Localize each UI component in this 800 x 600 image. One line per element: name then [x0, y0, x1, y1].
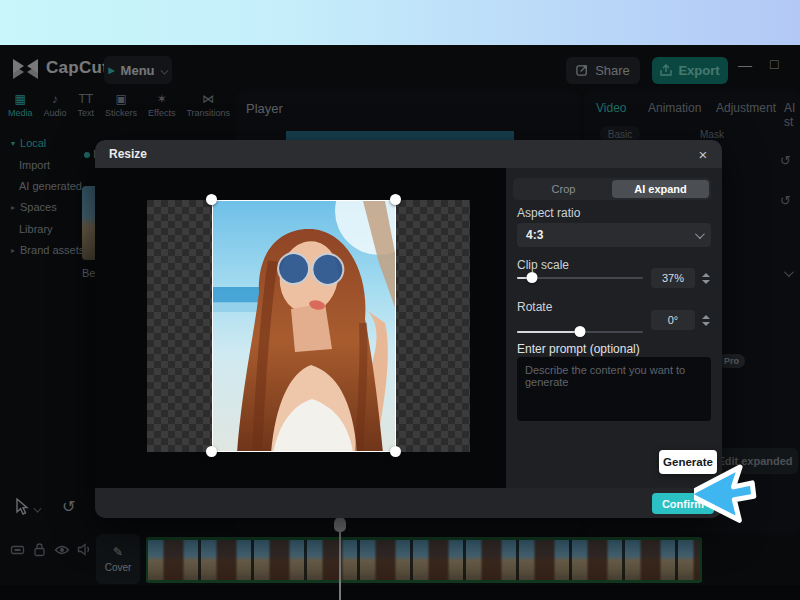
desktop-top-strip	[0, 0, 800, 45]
stepper-down-icon[interactable]	[702, 280, 710, 284]
aspect-ratio-label: Aspect ratio	[517, 206, 580, 220]
rotate-stepper[interactable]	[700, 310, 712, 330]
close-icon[interactable]: ×	[693, 144, 713, 164]
prompt-label: Enter prompt (optional)	[517, 342, 640, 356]
rotate-label: Rotate	[517, 300, 552, 314]
clip-scale-stepper[interactable]	[700, 268, 712, 288]
dialog-footer	[95, 488, 722, 518]
chevron-down-icon	[695, 229, 705, 239]
stepper-up-icon[interactable]	[702, 315, 710, 319]
clip-scale-value[interactable]: 37%	[651, 268, 695, 288]
resize-dialog: Resize ×	[95, 140, 722, 518]
aspect-ratio-select[interactable]: 4:3	[517, 223, 711, 247]
screen: CapCut ▶ Menu Share Export — □ ▦	[0, 0, 800, 600]
tab-crop[interactable]: Crop	[515, 180, 612, 198]
stepper-up-icon[interactable]	[702, 273, 710, 277]
clip-scale-slider[interactable]	[517, 272, 643, 284]
tab-ai-expand[interactable]: AI expand	[612, 180, 709, 198]
rotate-slider[interactable]	[517, 326, 643, 338]
crop-handle-top-left[interactable]	[206, 194, 217, 205]
clip-scale-label: Clip scale	[517, 258, 569, 272]
prompt-input[interactable]	[517, 357, 711, 421]
cursor-pointer-icon	[694, 460, 766, 530]
dialog-header	[95, 140, 722, 168]
crop-handle-bottom-right[interactable]	[390, 446, 401, 457]
slider-thumb[interactable]	[575, 326, 586, 337]
dialog-title: Resize	[109, 147, 147, 161]
rotate-value[interactable]: 0°	[651, 310, 695, 330]
preview-image[interactable]	[212, 200, 396, 452]
stepper-down-icon[interactable]	[702, 322, 710, 326]
mode-tabs: Crop AI expand	[513, 178, 711, 200]
crop-handle-bottom-left[interactable]	[206, 446, 217, 457]
slider-thumb[interactable]	[527, 272, 538, 283]
crop-handle-top-right[interactable]	[390, 194, 401, 205]
portrait-photo	[213, 201, 396, 452]
